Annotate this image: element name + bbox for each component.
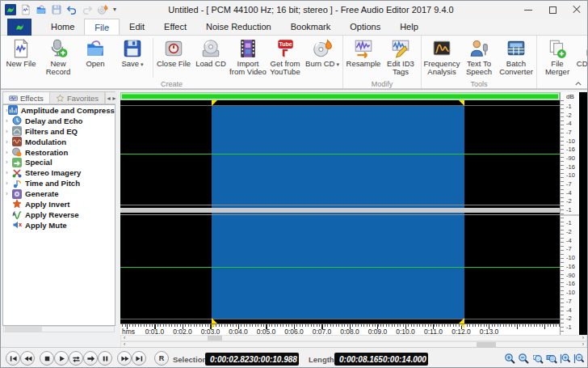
sidebar-tab-effects[interactable]: Effects bbox=[3, 92, 50, 104]
ribbon-button-edit-id3-tags[interactable]: Edit ID3 Tags bbox=[382, 36, 419, 76]
zoom-out-button[interactable] bbox=[518, 353, 530, 365]
effect-item-apply-invert[interactable]: Apply Invert bbox=[3, 199, 115, 209]
loop-button[interactable] bbox=[69, 351, 83, 366]
quick-open-icon[interactable] bbox=[35, 3, 47, 15]
step-forward-button[interactable] bbox=[83, 351, 98, 366]
go-start-button[interactable] bbox=[6, 351, 20, 366]
effect-item-amplitude-and-compression[interactable]: ›Amplitude and Compression bbox=[3, 105, 115, 116]
stop-button[interactable] bbox=[40, 351, 54, 366]
effect-item-modulation[interactable]: ›Modulation bbox=[3, 137, 115, 147]
tab-edit[interactable]: Edit bbox=[120, 19, 154, 35]
ribbon-button-new-file[interactable]: New File bbox=[2, 36, 40, 68]
quick-new-file-icon[interactable] bbox=[19, 3, 32, 15]
expand-arrow-icon[interactable]: › bbox=[6, 138, 12, 146]
ribbon-button-batch-converter[interactable]: Batch Converter bbox=[498, 36, 535, 76]
zoom-vertical-in-icon bbox=[559, 353, 571, 365]
tab-help[interactable]: Help bbox=[390, 19, 428, 35]
selection-marker-bottom-left[interactable] bbox=[212, 318, 217, 324]
ribbon-button-close-file[interactable]: Close File bbox=[155, 36, 192, 68]
waveform-overview-strip[interactable] bbox=[120, 92, 560, 100]
db-labels-channel2: -1-2-4-7-10-16-90-16-10-7-4-2-1 bbox=[566, 219, 580, 331]
zoom-to-selection-button[interactable] bbox=[531, 353, 544, 365]
scroll-right-icon[interactable]: › bbox=[582, 335, 584, 341]
tab-noise-reduction[interactable]: Noise Reduction bbox=[196, 19, 281, 35]
zoom-vertical-in-button[interactable] bbox=[559, 353, 571, 365]
ribbon-button-import-from-video[interactable]: Import from Video bbox=[229, 36, 267, 76]
scrollbar-1-thumb[interactable] bbox=[208, 336, 222, 341]
fast-forward-button[interactable] bbox=[117, 351, 132, 366]
effect-item-apply-mute[interactable]: Apply Mute bbox=[3, 220, 115, 231]
db-scale: dB -1-2-4-7-10-16-90-16-10-7-4-2-1 -1-2-… bbox=[560, 92, 579, 335]
quick-access-dropdown-icon[interactable]: ▾ bbox=[113, 6, 116, 13]
ribbon-button-frequency-analysis[interactable]: Frequency Analysis bbox=[423, 36, 460, 76]
maximize-icon bbox=[549, 6, 556, 14]
channel2-bottom-line bbox=[120, 319, 560, 319]
expand-arrow-icon[interactable]: › bbox=[6, 169, 12, 176]
ribbon-button-file-merger[interactable]: File Merger bbox=[539, 36, 576, 76]
zoom-in-button[interactable] bbox=[504, 353, 516, 365]
zoom-full-button[interactable] bbox=[545, 353, 557, 365]
tab-home[interactable]: Home bbox=[41, 19, 84, 35]
effect-item-filters-and-eq[interactable]: ›Filters and EQ bbox=[3, 126, 115, 137]
tab-options[interactable]: Options bbox=[340, 19, 390, 35]
waveform-scrollbar-1[interactable]: ‹ › bbox=[120, 335, 587, 341]
app-mini-icon-icon[interactable] bbox=[4, 3, 16, 15]
sidebar-scrollbar-thumb[interactable] bbox=[5, 327, 42, 332]
ribbon-button-open[interactable]: Open bbox=[77, 36, 114, 68]
ribbon-button-load-cd[interactable]: Load CD bbox=[192, 36, 229, 68]
expand-arrow-icon[interactable]: › bbox=[6, 159, 12, 166]
maximize-button[interactable] bbox=[540, 1, 565, 19]
effect-item-stereo-imagery[interactable]: ›Stereo Imagery bbox=[3, 167, 115, 178]
rewind-button[interactable] bbox=[20, 351, 35, 366]
fx-generate-icon bbox=[12, 189, 22, 199]
close-button[interactable] bbox=[565, 1, 588, 19]
effect-item-time-and-pitch[interactable]: ›Time and Pitch bbox=[3, 178, 115, 188]
minimize-button[interactable] bbox=[516, 1, 540, 19]
record-button[interactable]: R bbox=[154, 351, 169, 366]
tab-effect[interactable]: Effect bbox=[154, 19, 196, 35]
ribbon-button-burn-cd[interactable]: Burn CD ▾ bbox=[304, 36, 341, 69]
ribbon-button-label: Import from Video bbox=[229, 60, 267, 76]
effect-item-restoration[interactable]: ›Restoration bbox=[3, 147, 115, 158]
expand-arrow-icon[interactable]: › bbox=[6, 117, 12, 125]
ribbon-button-get-from-youtube[interactable]: TubeGet from YouTube bbox=[267, 36, 304, 76]
sidebar-tab-favorites[interactable]: Favorites bbox=[50, 92, 105, 104]
tab-file[interactable]: File bbox=[84, 19, 120, 35]
channel-divider[interactable] bbox=[120, 208, 560, 213]
expand-arrow-icon[interactable]: › bbox=[6, 180, 12, 187]
quick-undo-icon[interactable] bbox=[65, 3, 78, 15]
effect-item-delay-and-echo[interactable]: ›Delay and Echo bbox=[3, 116, 115, 126]
db-tick-label: -2 bbox=[566, 315, 580, 322]
collapse-ribbon-button[interactable] bbox=[573, 78, 584, 87]
ribbon-button-text-to-speech[interactable]: Text To Speech bbox=[460, 36, 498, 76]
quick-access-toolbar: ▾ bbox=[4, 3, 116, 15]
ribbon-group-label: Tools bbox=[422, 80, 536, 88]
tab-bookmark[interactable]: Bookmark bbox=[281, 19, 341, 35]
go-end-button[interactable] bbox=[132, 351, 146, 366]
expand-arrow-icon[interactable]: › bbox=[6, 128, 12, 135]
play-button[interactable] bbox=[54, 351, 69, 366]
ribbon-button-resample[interactable]: Resample bbox=[345, 36, 382, 68]
application-menu-button[interactable] bbox=[7, 19, 32, 36]
pause-button[interactable] bbox=[98, 351, 112, 366]
open-icon bbox=[85, 38, 106, 59]
waveform-display[interactable] bbox=[120, 100, 560, 324]
sidebar-horizontal-scrollbar[interactable] bbox=[3, 326, 115, 332]
effect-item-apply-reverse[interactable]: Apply Reverse bbox=[3, 209, 115, 220]
selection-marker-top-right[interactable] bbox=[459, 100, 464, 106]
ribbon-button-cd-ripper[interactable]: CD Ripper bbox=[576, 36, 588, 68]
ribbon-button-save[interactable]: Save ▾ bbox=[114, 36, 151, 69]
quick-burn-cd-icon[interactable] bbox=[96, 3, 108, 15]
ribbon-button-new-record[interactable]: New Record bbox=[40, 36, 77, 76]
effect-item-generate[interactable]: ›Generate bbox=[3, 188, 115, 199]
zoom-vertical-out-button[interactable] bbox=[573, 353, 585, 365]
expand-arrow-icon[interactable]: › bbox=[6, 149, 12, 156]
effect-item-special[interactable]: ›Special bbox=[3, 157, 115, 167]
expand-arrow-icon[interactable]: › bbox=[6, 190, 12, 197]
timeline-ruler[interactable]: hms0:01.00:02.00:03.00:04.00:05.00:06.00… bbox=[120, 324, 560, 335]
vertical-zoom-bar[interactable] bbox=[579, 92, 588, 335]
sidebar-collapse-button[interactable]: ◄► bbox=[105, 92, 117, 104]
selection-marker-top-left[interactable] bbox=[212, 100, 217, 106]
scroll-left-icon[interactable]: ‹ bbox=[124, 335, 125, 341]
selection-marker-bottom-right[interactable] bbox=[459, 318, 464, 324]
